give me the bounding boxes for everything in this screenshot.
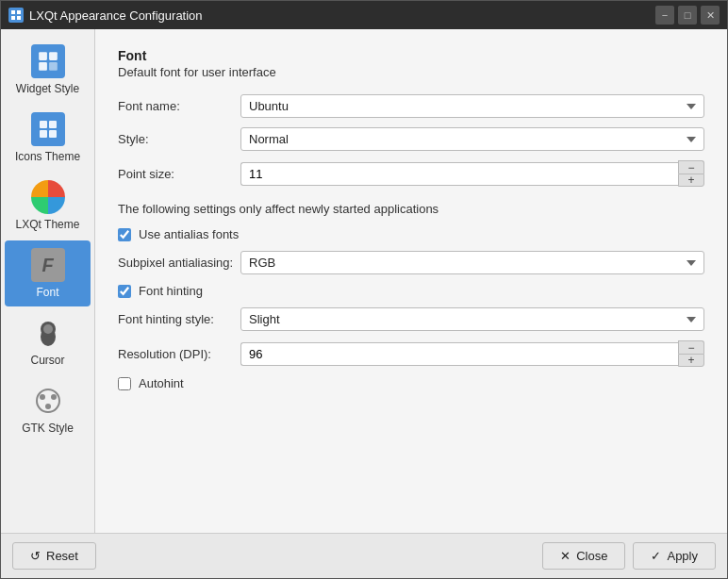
font-name-control: Ubuntu Arial DejaVu Sans xyxy=(240,94,704,118)
titlebar: LXQt Appearance Configuration − □ ✕ xyxy=(1,1,727,29)
subpixel-row: Subpixel antialiasing: RGB BGR VRGB None xyxy=(118,251,704,274)
font-name-label: Font name: xyxy=(118,99,240,113)
settings-note: The following settings only affect newly… xyxy=(118,202,704,216)
sidebar-label-icons-theme: Icons Theme xyxy=(15,150,80,163)
sidebar-item-font[interactable]: F Font xyxy=(5,240,91,306)
sidebar-label-widget-style: Widget Style xyxy=(16,82,79,95)
autohint-label[interactable]: Autohint xyxy=(139,376,184,390)
cursor-icon xyxy=(31,316,65,350)
svg-rect-11 xyxy=(49,130,57,138)
resolution-minus-button[interactable]: − xyxy=(678,340,704,354)
main-window: LXQt Appearance Configuration − □ ✕ Widg… xyxy=(0,0,728,579)
section-subtitle: Default font for user interface xyxy=(118,65,704,79)
antialias-label[interactable]: Use antialias fonts xyxy=(139,227,239,241)
close-label: Close xyxy=(576,549,607,563)
svg-point-16 xyxy=(40,394,45,400)
main-content: Widget Style Icons Theme LXQt Theme F Fo… xyxy=(1,29,727,533)
titlebar-left: LXQt Appearance Configuration xyxy=(8,8,203,23)
sidebar-label-lxqt-theme: LXQt Theme xyxy=(16,218,80,231)
point-size-plus-button[interactable]: + xyxy=(678,174,704,187)
subpixel-label: Subpixel antialiasing: xyxy=(118,256,240,270)
resolution-plus-button[interactable]: + xyxy=(678,354,704,367)
sidebar-item-cursor[interactable]: Cursor xyxy=(5,308,91,374)
reset-button[interactable]: ↺ Reset xyxy=(12,542,96,570)
sidebar-label-cursor: Cursor xyxy=(30,354,64,367)
svg-point-18 xyxy=(45,404,51,409)
style-select[interactable]: Normal Bold Italic xyxy=(240,127,704,151)
svg-rect-8 xyxy=(40,121,47,128)
resolution-row: Resolution (DPI): 96 − + xyxy=(118,340,704,367)
close-window-button[interactable]: ✕ xyxy=(701,6,720,25)
maximize-button[interactable]: □ xyxy=(678,6,697,25)
subpixel-select[interactable]: RGB BGR VRGB None xyxy=(240,251,704,274)
resolution-control: 96 − + xyxy=(240,340,704,367)
hinting-style-label: Font hinting style: xyxy=(118,312,240,326)
hinting-style-row: Font hinting style: Slight None Medium F… xyxy=(118,307,704,331)
font-name-select[interactable]: Ubuntu Arial DejaVu Sans xyxy=(240,94,704,118)
icons-theme-icon xyxy=(31,112,65,146)
svg-rect-6 xyxy=(39,62,47,71)
sidebar-label-font: Font xyxy=(36,286,58,299)
antialias-checkbox[interactable] xyxy=(118,228,131,241)
point-size-spinbox-buttons: − + xyxy=(678,160,704,187)
app-icon xyxy=(8,8,24,23)
minimize-button[interactable]: − xyxy=(655,6,674,25)
sidebar: Widget Style Icons Theme LXQt Theme F Fo… xyxy=(1,29,95,533)
svg-rect-4 xyxy=(39,52,47,60)
resolution-label: Resolution (DPI): xyxy=(118,347,240,361)
hinting-style-select[interactable]: Slight None Medium Full xyxy=(240,307,704,331)
titlebar-controls: − □ ✕ xyxy=(655,6,720,25)
lxqt-theme-icon xyxy=(31,180,65,214)
svg-point-14 xyxy=(43,324,53,334)
font-icon: F xyxy=(31,248,65,282)
apply-icon: ✓ xyxy=(651,549,661,563)
point-size-row: Point size: 11 − + xyxy=(118,160,704,187)
font-hinting-label[interactable]: Font hinting xyxy=(139,284,203,298)
antialias-row: Use antialias fonts xyxy=(118,227,704,241)
svg-rect-10 xyxy=(40,130,47,138)
font-name-row: Font name: Ubuntu Arial DejaVu Sans xyxy=(118,94,704,118)
resolution-spinbox-buttons: − + xyxy=(678,340,704,367)
point-size-label: Point size: xyxy=(118,167,240,181)
widget-style-icon xyxy=(31,44,65,78)
sidebar-item-widget-style[interactable]: Widget Style xyxy=(5,37,91,103)
svg-rect-5 xyxy=(49,52,58,60)
close-icon: ✕ xyxy=(560,549,571,563)
point-size-minus-button[interactable]: − xyxy=(678,160,704,174)
svg-point-17 xyxy=(51,394,57,400)
apply-button[interactable]: ✓ Apply xyxy=(633,542,716,570)
window-title: LXQt Appearance Configuration xyxy=(29,8,203,23)
sidebar-item-gtk-style[interactable]: GTK Style xyxy=(5,376,91,442)
svg-rect-3 xyxy=(17,16,21,20)
content-area: Font Default font for user interface Fon… xyxy=(95,29,727,533)
autohint-checkbox[interactable] xyxy=(118,377,131,390)
svg-rect-2 xyxy=(11,16,15,20)
style-row: Style: Normal Bold Italic xyxy=(118,127,704,151)
sidebar-label-gtk-style: GTK Style xyxy=(22,422,74,435)
svg-rect-7 xyxy=(49,62,58,71)
close-button[interactable]: ✕ Close xyxy=(542,542,625,570)
gtk-style-icon xyxy=(31,384,65,418)
svg-rect-1 xyxy=(17,10,21,14)
reset-label: Reset xyxy=(46,549,78,563)
subpixel-control: RGB BGR VRGB None xyxy=(240,251,704,274)
style-control: Normal Bold Italic xyxy=(240,127,704,151)
apply-label: Apply xyxy=(667,549,698,563)
section-title: Font xyxy=(118,48,704,63)
svg-rect-0 xyxy=(11,10,15,14)
font-hinting-row: Font hinting xyxy=(118,284,704,298)
point-size-control: 11 − + xyxy=(240,160,704,187)
font-hinting-checkbox[interactable] xyxy=(118,285,131,298)
resolution-input[interactable]: 96 xyxy=(240,342,678,366)
action-buttons: ✕ Close ✓ Apply xyxy=(542,542,716,570)
reset-icon: ↺ xyxy=(30,549,41,563)
sidebar-item-lxqt-theme[interactable]: LXQt Theme xyxy=(5,173,91,239)
sidebar-item-icons-theme[interactable]: Icons Theme xyxy=(5,105,91,171)
point-size-input[interactable]: 11 xyxy=(240,162,678,186)
svg-rect-9 xyxy=(49,121,57,128)
bottom-bar: ↺ Reset ✕ Close ✓ Apply xyxy=(1,533,727,578)
hinting-style-control: Slight None Medium Full xyxy=(240,307,704,331)
autohint-row: Autohint xyxy=(118,376,704,390)
style-label: Style: xyxy=(118,132,240,146)
